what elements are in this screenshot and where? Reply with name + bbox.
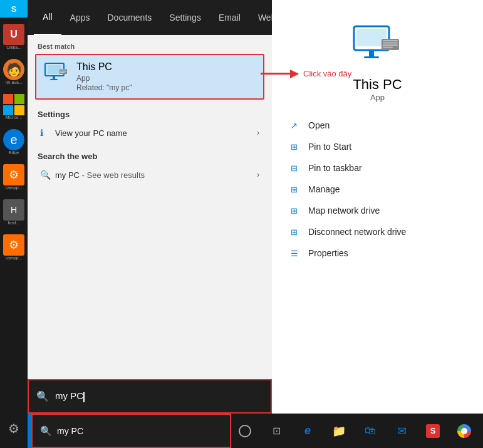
- svg-rect-2: [53, 76, 55, 79]
- settings-section: Settings ℹ View your PC name ›: [28, 105, 272, 147]
- sidebar-item-avatar[interactable]: 🧑 nh-ava...: [0, 53, 28, 86]
- sidebar-item-microsoft[interactable]: Micros...: [0, 88, 28, 122]
- info-icon: ℹ: [40, 128, 55, 138]
- taskbar-search-icon: 🔍: [40, 425, 52, 437]
- context-manage[interactable]: ⊞ Manage: [291, 179, 464, 200]
- sidebar-settings-icon[interactable]: ⚙: [0, 412, 28, 445]
- taskbar-edge[interactable]: e: [294, 414, 321, 448]
- settings-item-pcname[interactable]: ℹ View your PC name ›: [38, 122, 262, 144]
- svg-rect-13: [383, 40, 398, 41]
- pin-start-icon: ⊞: [291, 142, 308, 152]
- context-properties-label: Properties: [308, 248, 348, 258]
- sidebar-item-unika[interactable]: U Unika...: [0, 18, 28, 51]
- tab-apps[interactable]: Apps: [61, 0, 99, 35]
- context-map-drive[interactable]: ⊞ Map network drive: [291, 200, 464, 221]
- tab-settings[interactable]: Settings: [160, 0, 210, 35]
- tab-all[interactable]: All: [34, 0, 61, 35]
- context-menu: ↗ Open ⊞ Pin to Start ⊟ Pin to taskbar ⊞…: [272, 115, 483, 264]
- disconnect-icon: ⊞: [291, 227, 308, 237]
- best-match-item[interactable]: This PC App Related: "my pc": [35, 54, 264, 100]
- web-chevron-icon: ›: [257, 170, 259, 179]
- context-pin-start[interactable]: ⊞ Pin to Start: [291, 136, 464, 157]
- settings-section-title: Settings: [38, 110, 262, 119]
- nav-tabs: All Apps Documents Settings Email Web Mo…: [28, 0, 272, 35]
- annotation-label: Click vào đây: [303, 69, 351, 78]
- svg-rect-5: [60, 70, 66, 70]
- sidebar-item-edge[interactable]: e Edge: [0, 123, 28, 157]
- context-disconnect-label: Disconnect network drive: [308, 227, 406, 237]
- this-pc-icon: [44, 63, 69, 90]
- manage-icon: ⊞: [291, 185, 308, 194]
- context-open-label: Open: [308, 120, 330, 130]
- best-match-related: Related: "my pc": [76, 83, 132, 92]
- svg-rect-15: [383, 44, 398, 46]
- context-open[interactable]: ↗ Open: [291, 115, 464, 136]
- web-item-text: my PC - See web results: [55, 170, 257, 180]
- pc-monitor-svg: [44, 63, 69, 85]
- taskbar-taskview[interactable]: ⊡: [262, 414, 290, 448]
- taskbar-search-box[interactable]: 🔍 my PC: [31, 414, 231, 448]
- taskbar-store[interactable]: 🛍: [356, 414, 384, 448]
- sidebar-item-camp2[interactable]: ⚙ campp...: [0, 228, 28, 262]
- svg-rect-11: [364, 56, 379, 58]
- svg-rect-1: [48, 65, 61, 74]
- search-web-icon: 🔍: [40, 170, 55, 180]
- detail-monitor-svg: [353, 25, 403, 69]
- svg-rect-10: [369, 50, 374, 56]
- tab-email[interactable]: Email: [210, 0, 249, 35]
- context-map-drive-label: Map network drive: [308, 206, 380, 216]
- detail-subtitle: App: [370, 93, 385, 102]
- context-properties[interactable]: ☰ Properties: [291, 242, 464, 264]
- sidebar-item-host[interactable]: H host...: [0, 193, 28, 227]
- best-match-text: This PC App Related: "my pc": [76, 61, 132, 92]
- detail-panel: This PC App ↗ Open ⊞ Pin to Start ⊟ Pin …: [272, 0, 483, 414]
- context-pin-taskbar-label: Pin to taskbar: [308, 163, 362, 173]
- context-pin-start-label: Pin to Start: [308, 142, 351, 152]
- pin-taskbar-icon: ⊟: [291, 164, 308, 173]
- context-disconnect-drive[interactable]: ⊞ Disconnect network drive: [291, 221, 464, 242]
- taskbar-search-text: my PC: [57, 426, 83, 436]
- left-taskbar-icons: U Unika... 🧑 nh-ava... Micros... e Edge …: [0, 18, 28, 412]
- taskbar-explorer[interactable]: 📁: [325, 414, 353, 448]
- web-section: Search the web 🔍 my PC - See web results…: [28, 147, 272, 189]
- best-match-type: App: [76, 74, 132, 83]
- taskbar-mail[interactable]: ✉: [388, 414, 415, 448]
- settings-item-label: View your PC name: [55, 128, 257, 138]
- svg-rect-3: [50, 79, 58, 80]
- bottom-taskbar: 🔍 my PC ⊡ e 📁 🛍 ✉ S: [0, 414, 483, 448]
- svg-rect-7: [60, 72, 65, 73]
- taskbar-chrome[interactable]: [450, 414, 478, 448]
- start-menu: All Apps Documents Settings Email Web Mo…: [28, 0, 483, 448]
- search-input-display[interactable]: my PC: [55, 390, 263, 402]
- properties-icon: ☰: [291, 249, 308, 258]
- tab-documents[interactable]: Documents: [98, 0, 160, 35]
- search-icon: 🔍: [36, 390, 49, 402]
- chevron-right-icon: ›: [257, 128, 259, 137]
- search-panel: All Apps Documents Settings Email Web Mo…: [28, 0, 272, 414]
- left-taskbar: S U Unika... 🧑 nh-ava... Micros... e Edg…: [0, 0, 28, 448]
- detail-pc-icon: [353, 25, 403, 71]
- left-taskbar-bottom: ⚙: [0, 412, 28, 448]
- search-bar[interactable]: 🔍 my PC: [28, 379, 272, 414]
- context-pin-taskbar[interactable]: ⊟ Pin to taskbar: [291, 157, 464, 179]
- detail-title: This PC: [353, 76, 402, 93]
- open-icon: ↗: [291, 121, 308, 130]
- context-manage-label: Manage: [308, 184, 340, 194]
- web-search-item[interactable]: 🔍 my PC - See web results ›: [38, 164, 262, 186]
- svg-rect-16: [383, 47, 393, 48]
- arrow-annotation: Click vào đây: [261, 69, 351, 78]
- taskbar-cortana[interactable]: [231, 414, 259, 448]
- taskbar-sbrowser[interactable]: S: [419, 414, 447, 448]
- web-section-title: Search the web: [38, 152, 262, 161]
- best-match-label: Best match: [28, 35, 272, 54]
- taskbar-right: ⊡ e 📁 🛍 ✉ S: [231, 414, 483, 448]
- svg-rect-14: [383, 43, 398, 44]
- red-arrow-icon: [261, 73, 298, 75]
- svg-rect-6: [60, 71, 66, 71]
- map-drive-icon: ⊞: [291, 206, 308, 216]
- skype-header: S: [0, 0, 28, 18]
- sidebar-item-camp1[interactable]: ⚙ campp...: [0, 158, 28, 192]
